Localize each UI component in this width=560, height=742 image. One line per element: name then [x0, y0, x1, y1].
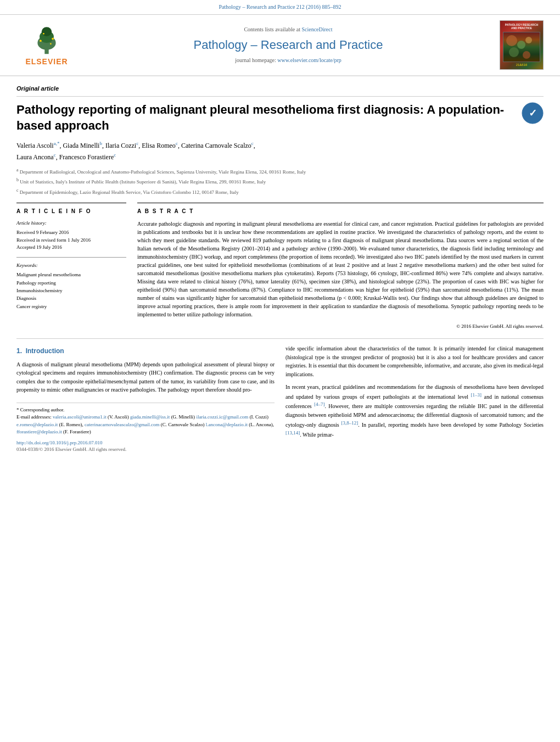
revised-date: Received in revised form 1 July 2016	[16, 237, 126, 244]
keywords-section: Keywords: Malignant pleural mesothelioma…	[16, 262, 126, 311]
main-content-two-col: 1. Introduction A diagnosis of malignant…	[16, 344, 544, 453]
abstract-heading: A B S T R A C T	[137, 208, 544, 215]
abstract-column: A B S T R A C T Accurate pathologic diag…	[137, 203, 544, 330]
affiliations: a Department of Radiological, Oncologica…	[16, 167, 544, 197]
corresponding-author-note: * Corresponding author.	[16, 406, 275, 414]
elsevier-brand: ELSEVIER	[25, 57, 68, 68]
svg-text:✓: ✓	[529, 108, 537, 119]
keyword-2: Pathology reporting	[16, 279, 126, 287]
main-col-right: vide specific information about the char…	[285, 344, 544, 453]
article-info-heading: A R T I C L E I N F O	[16, 208, 126, 215]
elsevier-logo-area: ELSEVIER	[11, 23, 82, 68]
email-link-6[interactable]: l.ancona@deplazio.it	[206, 422, 248, 427]
crossmark-logo: ✓	[522, 102, 544, 124]
email-footnote: E-mail addresses: valeria.ascoli@uniroma…	[16, 414, 275, 436]
email-link-7[interactable]: fforastiere@deplazio.it	[16, 429, 62, 434]
page-wrapper: Pathology – Research and Practice 212 (2…	[0, 0, 560, 742]
article-title-area: Pathology reporting of malignant pleural…	[16, 102, 544, 133]
cover-title: PATHOLOGY RESEARCH AND PRACTICE	[502, 23, 541, 30]
authors-line: Valeria Ascolia,*, Giada Minellib, Ilari…	[16, 140, 544, 163]
author-6: Laura Ancona	[16, 153, 54, 161]
intro-paragraph-2: vide specific information about the char…	[285, 344, 544, 378]
keywords-label: Keywords:	[16, 262, 126, 269]
author-5: Caterina Carnovale Scalzo	[181, 142, 251, 149]
svg-point-7	[50, 43, 52, 45]
ref-4-7[interactable]: [4–7]	[314, 401, 325, 407]
affiliation-a: a Department of Radiological, Oncologica…	[16, 167, 544, 176]
email-link-5[interactable]: caterinacarnovaleascalzo@gmail.com	[85, 422, 159, 427]
ref-1-3[interactable]: [1–3]	[471, 392, 482, 398]
email-link-3[interactable]: ilaria.cozzi.ic@gmail.com	[196, 414, 248, 420]
sciencedirect-link[interactable]: ScienceDirect	[301, 26, 332, 32]
intro-paragraph-1: A diagnosis of malignant pleural mesothe…	[16, 360, 275, 394]
author-1: Valeria Ascoli	[16, 142, 54, 149]
email-link-4[interactable]: e.romeo@deplazio.it	[16, 422, 58, 427]
article-history: Article history: Received 9 February 201…	[16, 220, 126, 251]
svg-point-6	[43, 33, 44, 35]
introduction-title: 1. Introduction	[16, 347, 275, 356]
footnote-area: * Corresponding author. E-mail addresses…	[16, 403, 275, 453]
journal-reference: Pathology – Research and Practice 212 (2…	[191, 3, 370, 11]
author-2: Giada Minelli	[63, 142, 99, 149]
issn-line: 0344-0338/© 2016 Elsevier GmbH. All righ…	[16, 446, 275, 453]
journal-cover-area: PATHOLOGY RESEARCH AND PRACTICE 21&616	[494, 20, 549, 70]
main-col-left: 1. Introduction A diagnosis of malignant…	[16, 344, 275, 453]
journal-cover-image: PATHOLOGY RESEARCH AND PRACTICE 21&616	[500, 20, 544, 70]
email-link-2[interactable]: giada.minelli@iss.it	[130, 414, 170, 420]
received-date: Received 9 February 2016	[16, 229, 126, 237]
copyright-line: © 2016 Elsevier GmbH. All rights reserve…	[137, 323, 544, 330]
history-label: Article history:	[16, 220, 126, 227]
journal-homepage-line: journal homepage: www.elsevier.com/locat…	[93, 57, 483, 64]
article-info-abstract-section: A R T I C L E I N F O Article history: R…	[16, 203, 544, 330]
author-3: Ilaria Cozzi	[105, 142, 136, 149]
affiliation-c: c Department of Epidemiology, Lazio Regi…	[16, 187, 544, 197]
ref-3-8-12[interactable]: [3,8–12]	[341, 420, 359, 426]
journal-homepage-link[interactable]: www.elsevier.com/locate/prp	[277, 57, 341, 63]
sciencedirect-line: Contents lists available at ScienceDirec…	[93, 26, 483, 34]
top-header: Pathology – Research and Practice 212 (2…	[0, 0, 560, 15]
author-7: Francesco Forastiere	[59, 153, 114, 161]
abstract-text: Accurate pathologic diagnosis and report…	[137, 220, 544, 319]
journal-header: ELSEVIER Contents lists available at Sci…	[0, 15, 560, 76]
art-info-divider	[16, 257, 126, 258]
article-info-column: A R T I C L E I N F O Article history: R…	[16, 203, 126, 330]
journal-header-center: Contents lists available at ScienceDirec…	[82, 26, 494, 65]
svg-point-4	[40, 40, 42, 42]
content-separator	[16, 338, 544, 339]
keyword-5: Cancer registry	[16, 303, 126, 310]
journal-title-header: Pathology – Research and Practice	[93, 37, 483, 54]
article-type: Original article	[16, 85, 544, 97]
keyword-1: Malignant pleural mesothelioma	[16, 271, 126, 278]
keyword-3: Immunohistochemistry	[16, 287, 126, 294]
svg-point-5	[52, 38, 54, 40]
keyword-4: Diagnosis	[16, 294, 126, 302]
cover-issue: 21&616	[516, 63, 528, 67]
ref-13-14[interactable]: [13,14]	[285, 430, 300, 436]
accepted-date: Accepted 19 July 2016	[16, 244, 126, 252]
article-body: Original article Pathology reporting of …	[0, 76, 560, 461]
intro-paragraph-3: In recent years, practical guidelines an…	[285, 383, 544, 439]
email-link-1[interactable]: valeria.ascoli@uniroma1.it	[53, 414, 107, 420]
author-4: Elisa Romeo	[142, 142, 176, 149]
affiliation-b: b Unit of Statistics, Italy's Institute …	[16, 177, 544, 186]
article-title: Pathology reporting of malignant pleural…	[16, 102, 513, 133]
doi-link[interactable]: http://dx.doi.org/10.1016/j.prp.2016.07.…	[16, 439, 275, 447]
svg-point-3	[42, 27, 52, 37]
